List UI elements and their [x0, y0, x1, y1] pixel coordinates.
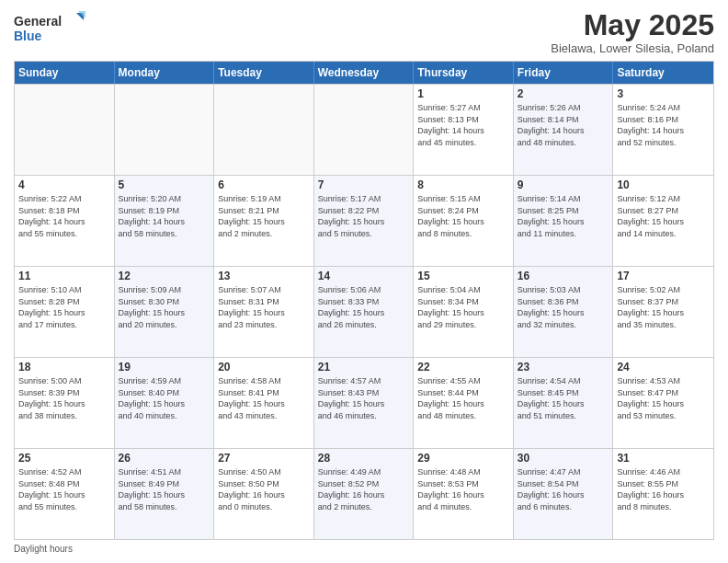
day-info: Sunrise: 5:00 AM Sunset: 8:39 PM Dayligh…	[18, 375, 110, 421]
day-cell-5: 5Sunrise: 5:20 AM Sunset: 8:19 PM Daylig…	[115, 176, 215, 266]
day-number: 10	[617, 178, 710, 191]
header-day-sunday: Sunday	[15, 62, 115, 84]
day-cell-28: 28Sunrise: 4:49 AM Sunset: 8:52 PM Dayli…	[314, 449, 415, 539]
day-info: Sunrise: 4:55 AM Sunset: 8:44 PM Dayligh…	[417, 375, 509, 421]
day-cell-3: 3Sunrise: 5:24 AM Sunset: 8:16 PM Daylig…	[613, 85, 713, 175]
day-cell-9: 9Sunrise: 5:14 AM Sunset: 8:25 PM Daylig…	[514, 176, 614, 266]
day-number: 14	[318, 270, 410, 282]
day-cell-26: 26Sunrise: 4:51 AM Sunset: 8:49 PM Dayli…	[115, 449, 215, 539]
day-info: Sunrise: 4:51 AM Sunset: 8:49 PM Dayligh…	[119, 466, 210, 512]
logo-svg: General Blue	[14, 9, 87, 50]
day-number: 23	[518, 361, 609, 373]
day-number: 19	[119, 361, 210, 373]
day-cell-23: 23Sunrise: 4:54 AM Sunset: 8:45 PM Dayli…	[514, 358, 614, 448]
day-cell-31: 31Sunrise: 4:46 AM Sunset: 8:55 PM Dayli…	[613, 449, 713, 539]
day-cell-7: 7Sunrise: 5:17 AM Sunset: 8:22 PM Daylig…	[314, 176, 415, 266]
day-cell-1: 1Sunrise: 5:27 AM Sunset: 8:13 PM Daylig…	[414, 85, 514, 175]
day-info: Sunrise: 5:24 AM Sunset: 8:16 PM Dayligh…	[617, 102, 710, 148]
day-cell-8: 8Sunrise: 5:15 AM Sunset: 8:24 PM Daylig…	[414, 176, 514, 266]
day-number: 31	[617, 452, 710, 465]
week-row-5: 25Sunrise: 4:52 AM Sunset: 8:48 PM Dayli…	[15, 448, 713, 539]
location: Bielawa, Lower Silesia, Poland	[551, 41, 714, 55]
day-number: 11	[18, 270, 110, 282]
header-day-tuesday: Tuesday	[214, 62, 314, 84]
day-info: Sunrise: 4:48 AM Sunset: 8:53 PM Dayligh…	[417, 466, 509, 512]
day-number: 2	[518, 87, 609, 100]
day-info: Sunrise: 5:03 AM Sunset: 8:36 PM Dayligh…	[518, 284, 609, 330]
day-info: Sunrise: 4:52 AM Sunset: 8:48 PM Dayligh…	[18, 466, 110, 512]
day-number: 29	[417, 452, 509, 465]
day-cell-6: 6Sunrise: 5:19 AM Sunset: 8:21 PM Daylig…	[214, 176, 314, 266]
day-info: Sunrise: 5:27 AM Sunset: 8:13 PM Dayligh…	[417, 102, 509, 148]
svg-text:General: General	[14, 14, 62, 29]
day-number: 20	[218, 361, 310, 373]
day-number: 30	[518, 452, 609, 465]
header-day-wednesday: Wednesday	[314, 62, 415, 84]
week-row-1: 1Sunrise: 5:27 AM Sunset: 8:13 PM Daylig…	[15, 84, 713, 175]
footer-label: Daylight hours	[14, 544, 73, 554]
calendar-body: 1Sunrise: 5:27 AM Sunset: 8:13 PM Daylig…	[15, 84, 713, 539]
day-info: Sunrise: 5:12 AM Sunset: 8:27 PM Dayligh…	[617, 193, 710, 239]
week-row-2: 4Sunrise: 5:22 AM Sunset: 8:18 PM Daylig…	[15, 175, 713, 266]
header-day-saturday: Saturday	[613, 62, 713, 84]
day-cell-4: 4Sunrise: 5:22 AM Sunset: 8:18 PM Daylig…	[15, 176, 115, 266]
day-info: Sunrise: 4:50 AM Sunset: 8:50 PM Dayligh…	[218, 466, 310, 512]
day-number: 3	[617, 87, 710, 100]
day-cell-21: 21Sunrise: 4:57 AM Sunset: 8:43 PM Dayli…	[314, 358, 415, 448]
day-number: 24	[617, 361, 710, 373]
day-number: 26	[119, 452, 210, 465]
calendar: SundayMondayTuesdayWednesdayThursdayFrid…	[14, 61, 714, 540]
day-info: Sunrise: 5:14 AM Sunset: 8:25 PM Dayligh…	[518, 193, 609, 239]
day-info: Sunrise: 5:17 AM Sunset: 8:22 PM Dayligh…	[318, 193, 410, 239]
header: General Blue May 2025 Bielawa, Lower Sil…	[14, 9, 714, 55]
day-cell-14: 14Sunrise: 5:06 AM Sunset: 8:33 PM Dayli…	[314, 267, 415, 357]
day-cell-30: 30Sunrise: 4:47 AM Sunset: 8:54 PM Dayli…	[514, 449, 614, 539]
day-info: Sunrise: 5:22 AM Sunset: 8:18 PM Dayligh…	[18, 193, 110, 239]
day-number: 13	[218, 270, 310, 282]
day-cell-11: 11Sunrise: 5:10 AM Sunset: 8:28 PM Dayli…	[15, 267, 115, 357]
day-cell-29: 29Sunrise: 4:48 AM Sunset: 8:53 PM Dayli…	[414, 449, 514, 539]
day-info: Sunrise: 4:54 AM Sunset: 8:45 PM Dayligh…	[518, 375, 609, 421]
week-row-4: 18Sunrise: 5:00 AM Sunset: 8:39 PM Dayli…	[15, 357, 713, 448]
day-number: 8	[417, 178, 509, 191]
day-info: Sunrise: 5:07 AM Sunset: 8:31 PM Dayligh…	[218, 284, 310, 330]
day-number: 22	[417, 361, 509, 373]
day-number: 17	[617, 270, 710, 282]
day-number: 9	[518, 178, 609, 191]
day-number: 16	[518, 270, 609, 282]
day-cell-10: 10Sunrise: 5:12 AM Sunset: 8:27 PM Dayli…	[613, 176, 713, 266]
day-cell-22: 22Sunrise: 4:55 AM Sunset: 8:44 PM Dayli…	[414, 358, 514, 448]
day-cell-18: 18Sunrise: 5:00 AM Sunset: 8:39 PM Dayli…	[15, 358, 115, 448]
day-number: 21	[318, 361, 410, 373]
day-info: Sunrise: 5:09 AM Sunset: 8:30 PM Dayligh…	[119, 284, 210, 330]
svg-text:Blue: Blue	[14, 29, 42, 43]
day-number: 28	[318, 452, 410, 465]
day-number: 27	[218, 452, 310, 465]
empty-cell	[214, 85, 314, 175]
day-info: Sunrise: 4:59 AM Sunset: 8:40 PM Dayligh…	[119, 375, 210, 421]
day-number: 25	[18, 452, 110, 465]
calendar-header: SundayMondayTuesdayWednesdayThursdayFrid…	[15, 62, 713, 84]
day-number: 15	[417, 270, 509, 282]
footer: Daylight hours	[14, 544, 714, 554]
day-number: 6	[218, 178, 310, 191]
day-number: 12	[119, 270, 210, 282]
empty-cell	[314, 85, 415, 175]
day-cell-15: 15Sunrise: 5:04 AM Sunset: 8:34 PM Dayli…	[414, 267, 514, 357]
header-day-thursday: Thursday	[414, 62, 514, 84]
day-cell-19: 19Sunrise: 4:59 AM Sunset: 8:40 PM Dayli…	[115, 358, 215, 448]
header-day-monday: Monday	[115, 62, 215, 84]
day-cell-24: 24Sunrise: 4:53 AM Sunset: 8:47 PM Dayli…	[613, 358, 713, 448]
day-info: Sunrise: 4:46 AM Sunset: 8:55 PM Dayligh…	[617, 466, 710, 512]
empty-cell	[115, 85, 215, 175]
day-info: Sunrise: 5:15 AM Sunset: 8:24 PM Dayligh…	[417, 193, 509, 239]
day-info: Sunrise: 5:26 AM Sunset: 8:14 PM Dayligh…	[518, 102, 609, 148]
day-number: 5	[119, 178, 210, 191]
day-number: 18	[18, 361, 110, 373]
day-info: Sunrise: 4:49 AM Sunset: 8:52 PM Dayligh…	[318, 466, 410, 512]
day-number: 7	[318, 178, 410, 191]
day-info: Sunrise: 4:57 AM Sunset: 8:43 PM Dayligh…	[318, 375, 410, 421]
day-info: Sunrise: 4:47 AM Sunset: 8:54 PM Dayligh…	[518, 466, 609, 512]
day-cell-17: 17Sunrise: 5:02 AM Sunset: 8:37 PM Dayli…	[613, 267, 713, 357]
day-info: Sunrise: 5:04 AM Sunset: 8:34 PM Dayligh…	[417, 284, 509, 330]
